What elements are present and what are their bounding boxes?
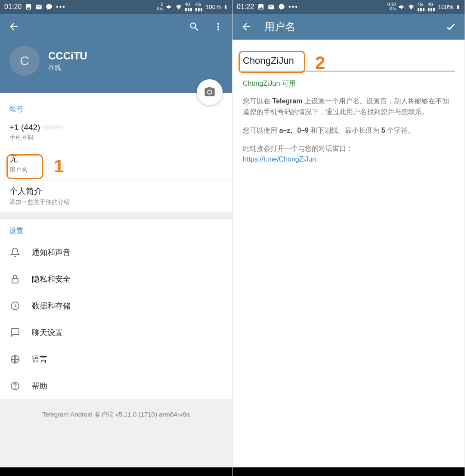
username-available: ChongZiJun 可用 [243, 79, 454, 88]
back-button[interactable] [8, 21, 20, 33]
phone-row[interactable]: +1 (442) ••••••• 手机号码 [0, 118, 232, 148]
bio-label: 添加一些关于你的介绍 [9, 199, 223, 206]
signal-4g-icon: 4G▮▮▮ [417, 2, 425, 12]
help-icon [9, 380, 21, 392]
hangouts-icon [278, 3, 285, 10]
android-navbar [232, 467, 465, 476]
camera-fab[interactable] [197, 79, 223, 105]
settings-item-label: 语言 [32, 354, 47, 364]
bio-row[interactable]: 个人简介 添加一些关于你的介绍 [0, 180, 232, 213]
username-card: ChongZiJun 可用 您可以在 Telegram 上设置一个用户名。设置后… [232, 40, 465, 169]
more-button[interactable] [212, 21, 224, 33]
wifi-icon [175, 3, 182, 10]
svg-point-4 [15, 388, 15, 388]
username-label: 用户名 [9, 166, 223, 174]
signal-4g-icon-2: 4G▮▮▮ [195, 2, 203, 12]
settings-section-label: 设置 [0, 219, 232, 239]
battery-icon [223, 3, 228, 10]
mute-icon [166, 3, 173, 10]
username-input[interactable] [242, 53, 455, 72]
mute-icon [398, 3, 405, 10]
phone-value: +1 (442) [9, 123, 40, 132]
settings-chat[interactable]: 聊天设置 [0, 319, 232, 346]
settings-list: 通知和声音 隐私和安全 数据和存储 聊天设置 语言 [0, 239, 232, 399]
bio-value: 个人简介 [9, 186, 223, 197]
blank-area [232, 169, 465, 467]
battery-text: 100% [205, 3, 221, 10]
settings-help[interactable]: 帮助 [0, 373, 232, 399]
username-row[interactable]: 无 用户名 [0, 148, 232, 180]
phone-left: 01:20 ••• 0 K/s 4G▮▮▮ 4G▮▮▮ 100% [0, 0, 232, 476]
bell-icon [9, 247, 21, 258]
settings-item-label: 隐私和安全 [32, 274, 71, 284]
username-value: 无 [9, 153, 223, 165]
search-button[interactable] [188, 21, 200, 33]
mail-icon [268, 3, 275, 10]
net-speed: 0.10 K/s [388, 3, 396, 11]
clock-icon [9, 300, 21, 311]
avatar[interactable]: C [9, 46, 40, 76]
phone-label: 手机号码 [9, 134, 223, 142]
more-icon: ••• [56, 3, 66, 11]
username-help-2: 您可以使用 a–z、0–9 和下划线。最小长度为 5 个字符。 [243, 125, 454, 136]
hangouts-icon [46, 3, 53, 10]
toolbar-title: 用户名 [264, 20, 295, 34]
profile-header: C CCCiTU 在线 [0, 40, 232, 93]
settings-item-label: 聊天设置 [32, 327, 63, 338]
footer: Telegram Android 客户端 v5.11.0 (1710) arm6… [0, 399, 232, 467]
confirm-button[interactable] [445, 21, 457, 33]
username-help-3: 此链接会打开一个与您的对话窗口： https://t.me/ChongZiJun [243, 143, 454, 165]
back-button[interactable] [240, 21, 252, 33]
signal-4g-icon: 4G▮▮▮ [185, 2, 192, 12]
status-time: 01:22 [237, 3, 254, 11]
version-text: Telegram Android 客户端 v5.11.0 (1710) arm6… [42, 411, 190, 419]
settings-privacy[interactable]: 隐私和安全 [0, 266, 232, 292]
toolbar: 用户名 [232, 14, 465, 40]
signal-4g-icon-2: 4G▮▮▮ [428, 2, 435, 12]
status-time: 01:20 [4, 3, 22, 11]
username-help-1: 您可以在 Telegram 上设置一个用户名。设置后，别人将能够在不知道您的手机… [243, 96, 454, 118]
settings-item-label: 数据和存储 [32, 301, 71, 311]
battery-icon [456, 3, 460, 10]
image-icon [25, 3, 32, 10]
lock-icon [9, 274, 21, 285]
mail-icon [35, 3, 42, 10]
settings-item-label: 帮助 [32, 381, 47, 391]
toolbar [0, 14, 232, 40]
username-link[interactable]: https://t.me/ChongZiJun [243, 156, 316, 163]
image-icon [257, 3, 264, 10]
statusbar: 01:22 ••• 0.10 K/s 4G▮▮▮ 4G▮▮▮ 100% [232, 0, 465, 14]
android-navbar [0, 467, 232, 476]
chat-icon [9, 327, 21, 338]
profile-name: CCCiTU [48, 50, 87, 62]
globe-icon [9, 354, 21, 365]
statusbar: 01:20 ••• 0 K/s 4G▮▮▮ 4G▮▮▮ 100% [0, 0, 232, 14]
profile-status: 在线 [48, 64, 87, 72]
svg-rect-0 [12, 279, 18, 283]
net-speed: 0 K/s [157, 3, 163, 11]
battery-text: 100% [438, 3, 453, 10]
section-gap [0, 213, 232, 219]
settings-item-label: 通知和声音 [32, 247, 71, 258]
settings-data[interactable]: 数据和存储 [0, 292, 232, 319]
wifi-icon [408, 3, 415, 10]
phone-hidden: ••••••• [43, 123, 63, 132]
more-icon: ••• [288, 3, 298, 11]
settings-language[interactable]: 语言 [0, 346, 232, 373]
settings-notifications[interactable]: 通知和声音 [0, 239, 232, 266]
phone-right: 01:22 ••• 0.10 K/s 4G▮▮▮ 4G▮▮▮ 100% [232, 0, 465, 476]
